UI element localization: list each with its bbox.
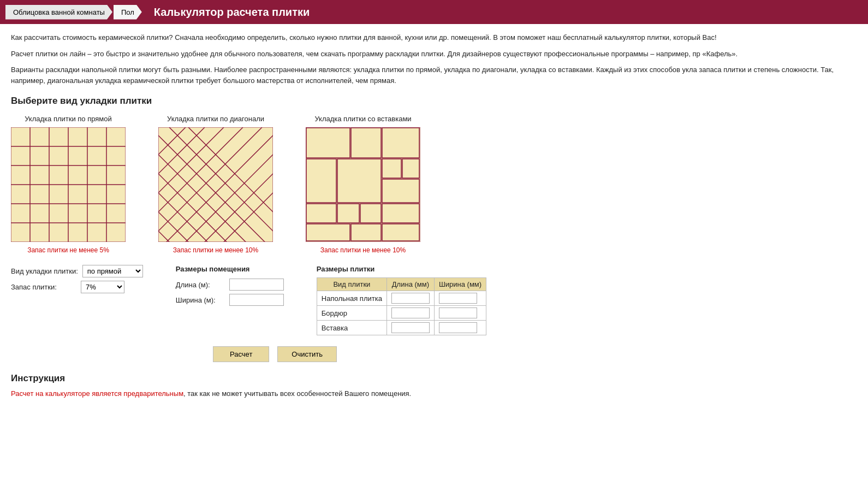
reserve-label: Запас плитки: [11, 283, 76, 291]
reserve-control-row: Запас плитки: 5% 7% 10% 12% 15% [11, 281, 143, 293]
instruction-rest: , так как не может учитывать всех особен… [183, 389, 411, 398]
floor-width-input[interactable] [439, 293, 477, 304]
tile-option-straight-label: Укладка плитки по прямой [25, 115, 112, 123]
header-btn-bathroom[interactable]: Облицовка ванной комнаты [5, 5, 112, 20]
tile-option-diagonal-reserve: Запас плитки не менее 10% [173, 246, 258, 254]
intro-p3: Варианты раскладки напольной плитки могу… [11, 64, 857, 86]
header: Облицовка ванной комнаты Пол Калькулятор… [0, 0, 868, 24]
svg-rect-11 [158, 127, 273, 242]
calc-button[interactable]: Расчет [213, 346, 269, 362]
tile-options-container: Укладка плитки по прямой Запас плитки не… [11, 115, 857, 254]
intro-p1: Как рассчитать стоимость керамической пл… [11, 32, 857, 43]
instruction-text: Расчет на калькуляторе является предвари… [11, 388, 857, 399]
dimensions-title: Размеры помещения [176, 265, 284, 273]
col-type-header: Вид плитки [317, 278, 387, 291]
tile-sizes: Размеры плитки Вид плитки Длина (мм) Шир… [317, 265, 486, 335]
tile-pattern-diagonal [158, 127, 273, 242]
svg-rect-34 [306, 159, 336, 203]
tile-sizes-title: Размеры плитки [317, 265, 486, 273]
header-btn-floor[interactable]: Пол [114, 5, 142, 20]
length-row: Длина (м): [176, 279, 284, 291]
length-label: Длина (м): [176, 281, 225, 289]
border-length-input[interactable] [391, 307, 430, 318]
svg-rect-35 [337, 159, 381, 203]
svg-rect-36 [382, 159, 401, 178]
tile-pattern-straight [11, 127, 126, 242]
svg-rect-40 [337, 204, 359, 223]
svg-rect-43 [306, 224, 350, 241]
section-title: Выберите вид укладки плитки [11, 96, 857, 107]
buttons-row: Расчет Очистить [213, 346, 857, 362]
svg-rect-38 [382, 179, 419, 203]
page-title: Калькулятор расчета плитки [154, 6, 310, 19]
tile-option-straight[interactable]: Укладка плитки по прямой Запас плитки не… [11, 115, 126, 254]
floor-length-input[interactable] [391, 293, 430, 304]
svg-rect-33 [382, 128, 419, 158]
tile-sizes-table: Вид плитки Длина (мм) Ширина (мм) Наполь… [317, 277, 486, 335]
col-width-header: Ширина (мм) [434, 278, 486, 291]
tile-type-floor: Напольная плитка [317, 291, 387, 306]
border-width-input[interactable] [439, 307, 477, 318]
tile-option-inserts[interactable]: Укладка плитки со вставками [306, 115, 420, 254]
insert-width-input[interactable] [439, 322, 477, 333]
svg-rect-41 [360, 204, 381, 223]
controls-row: Вид укладки плитки: по прямой по диагона… [11, 265, 857, 335]
tile-option-diagonal-label: Укладка плитки по диагонали [167, 115, 264, 123]
tile-option-inserts-reserve: Запас плитки не менее 10% [320, 246, 406, 254]
table-row: Напольная плитка [317, 291, 486, 306]
tile-option-straight-reserve: Запас плитки не менее 5% [27, 246, 109, 254]
svg-rect-37 [402, 159, 419, 178]
tile-option-inserts-label: Укладка плитки со вставками [314, 115, 411, 123]
type-control-row: Вид укладки плитки: по прямой по диагона… [11, 265, 143, 277]
svg-rect-32 [351, 128, 381, 158]
width-label: Ширина (м): [176, 296, 225, 304]
svg-rect-44 [351, 224, 381, 241]
instruction-title: Инструкция [11, 373, 857, 384]
instruction-highlight: Расчет на калькуляторе является предвари… [11, 389, 183, 398]
reserve-select[interactable]: 5% 7% 10% 12% 15% [81, 281, 124, 293]
layout-controls: Вид укладки плитки: по прямой по диагона… [11, 265, 143, 293]
type-select[interactable]: по прямой по диагонали со вставками [82, 265, 143, 277]
svg-rect-39 [306, 204, 336, 223]
col-length-header: Длина (мм) [387, 278, 434, 291]
tile-pattern-inserts [306, 127, 420, 242]
width-input[interactable] [229, 294, 284, 306]
table-row: Бордюр [317, 306, 486, 321]
room-dimensions: Размеры помещения Длина (м): Ширина (м): [176, 265, 284, 309]
main-content: Как рассчитать стоимость керамической пл… [0, 24, 868, 407]
insert-length-input[interactable] [391, 322, 430, 333]
width-row: Ширина (м): [176, 294, 284, 306]
tile-type-insert: Вставка [317, 321, 387, 335]
svg-rect-31 [306, 128, 350, 158]
tile-type-border: Бордюр [317, 306, 387, 321]
intro-p2: Расчет плитки он лайн – это быстро и зна… [11, 49, 857, 60]
tile-option-diagonal[interactable]: Укладка плитки по диагонали [158, 115, 273, 254]
svg-rect-42 [382, 204, 419, 223]
table-row: Вставка [317, 321, 486, 335]
length-input[interactable] [229, 279, 284, 291]
clear-button[interactable]: Очистить [277, 346, 337, 362]
svg-rect-45 [382, 224, 419, 241]
type-label: Вид укладки плитки: [11, 267, 78, 275]
